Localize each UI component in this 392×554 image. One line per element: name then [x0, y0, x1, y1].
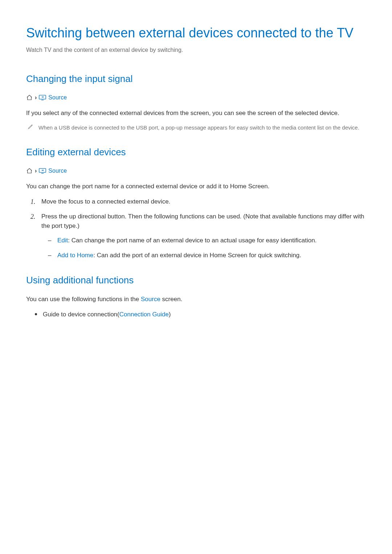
section3-paragraph: You can use the following functions in t…: [26, 295, 366, 304]
keyword-connection-guide: Connection Guide: [119, 311, 169, 318]
substep-addhome-rest: : Can add the port of an external device…: [93, 252, 301, 259]
substep-edit: Edit: Can change the port name of an ext…: [48, 236, 366, 245]
breadcrumb-source-label: Source: [48, 167, 67, 175]
step-2-text: Press the up directional button. Then th…: [41, 213, 364, 229]
bullet-post: ): [169, 311, 171, 318]
step-2: Press the up directional button. Then th…: [30, 212, 366, 260]
home-icon: [26, 168, 33, 174]
pencil-icon: [28, 124, 33, 132]
breadcrumb-source-1: › Source: [26, 93, 366, 102]
page-title: Switching between external devices conne…: [26, 23, 366, 43]
section2-paragraph: You can change the port name for a conne…: [26, 182, 366, 191]
section-heading-changing-input: Changing the input signal: [26, 72, 366, 86]
bullet-list: Guide to device connection(Connection Gu…: [35, 310, 366, 319]
bullet-connection-guide: Guide to device connection(Connection Gu…: [35, 310, 366, 319]
breadcrumb-source-label: Source: [48, 93, 67, 102]
home-icon: [26, 94, 33, 101]
chevron-right-icon: ›: [35, 167, 37, 175]
step-1: Move the focus to a connected external d…: [30, 197, 366, 206]
substep-edit-rest: : Can change the port name of an externa…: [68, 237, 317, 244]
page-subtitle: Watch TV and the content of an external …: [26, 46, 366, 54]
section3-p-pre: You can use the following functions in t…: [26, 296, 141, 303]
section3-p-post: screen.: [160, 296, 182, 303]
keyword-add-to-home: Add to Home: [57, 252, 93, 259]
substep-addhome: Add to Home: Can add the port of an exte…: [48, 251, 366, 260]
breadcrumb-source-2: › Source: [26, 167, 366, 175]
chevron-right-icon: ›: [35, 93, 37, 102]
bullet-pre: Guide to device connection(: [43, 311, 119, 318]
source-icon: [39, 168, 46, 174]
keyword-edit: Edit: [57, 237, 68, 244]
steps-list: Move the focus to a connected external d…: [30, 197, 366, 260]
section1-paragraph: If you select any of the connected exter…: [26, 108, 366, 118]
keyword-source: Source: [141, 296, 160, 303]
source-icon: [39, 95, 46, 100]
note-usb-text: When a USB device is connected to the US…: [38, 124, 359, 132]
note-usb: When a USB device is connected to the US…: [26, 124, 366, 132]
section-heading-editing-devices: Editing external devices: [26, 145, 366, 159]
step-2-sublist: Edit: Can change the port name of an ext…: [48, 236, 366, 260]
section-heading-additional-functions: Using additional functions: [26, 273, 366, 287]
